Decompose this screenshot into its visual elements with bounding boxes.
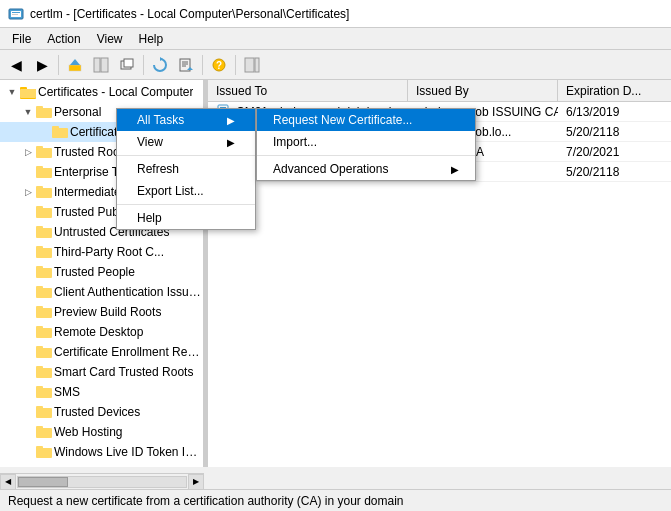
status-bar: Request a new certificate from a certifi… [0,489,671,511]
tree-label-smart-card: Smart Card Trusted Roots [54,365,193,379]
back-button[interactable]: ◀ [4,53,28,77]
tree-item-sms[interactable]: ▷ SMS [0,382,203,402]
folder-icon-root [20,84,36,100]
cell-expiration-0: 6/13/2019 [558,105,671,119]
expand-trusted-root: ▷ [20,144,36,160]
folder-icon-smart-card [36,364,52,380]
cell-expiration-2: 7/20/2021 [558,145,671,159]
tree-label-client-auth: Client Authentication Issuers [54,285,203,299]
folder-icon-certificates [52,124,68,140]
show-hide-action-pane-button[interactable] [240,53,264,77]
col-header-expiration[interactable]: Expiration D... [558,80,671,101]
folder-icon-trusted-publishers [36,204,52,220]
context-menu-sep-2 [117,204,255,205]
svg-rect-28 [36,146,43,150]
toolbar: ◀ ▶ ? [0,50,671,80]
tree-item-third-party[interactable]: ▷ Third-Party Root C... [0,242,203,262]
menu-action[interactable]: Action [39,30,88,48]
tree-label-windows-live: Windows Live ID Token Issuer [54,445,203,459]
help-button[interactable]: ? [207,53,231,77]
context-menu-all-tasks[interactable]: All Tasks ▶ [117,109,255,131]
context-menu-view[interactable]: View ▶ [117,131,255,153]
col-header-issued-by[interactable]: Issued By [408,80,558,101]
svg-rect-50 [36,366,43,370]
submenu-import[interactable]: Import... [257,131,475,153]
cell-expiration-3: 5/20/2118 [558,165,671,179]
tree-item-preview-build[interactable]: ▷ Preview Build Roots [0,302,203,322]
submenu-advanced-ops[interactable]: Advanced Operations ▶ [257,158,475,180]
tree-item-client-auth[interactable]: ▷ Client Authentication Issuers [0,282,203,302]
svg-rect-56 [36,426,43,430]
tree-label-web-hosting: Web Hosting [54,425,122,439]
tree-item-web-hosting[interactable]: ▷ Web Hosting [0,422,203,442]
tree-item-root[interactable]: ▼ Certificates - Local Computer [0,82,203,102]
scrollbar-left-arrow[interactable]: ◀ [0,474,16,490]
scrollbar-track[interactable] [17,476,187,488]
folder-icon-windows-live [36,444,52,460]
tree-item-cert-enrollment[interactable]: ▷ Certificate Enrollment Reque... [0,342,203,362]
list-header: Issued To Issued By Expiration D... Inte… [208,80,671,102]
context-menu-help[interactable]: Help [117,207,255,229]
svg-rect-40 [36,266,43,270]
tree-label-remote-desktop: Remote Desktop [54,325,143,339]
svg-rect-7 [101,58,108,72]
toolbar-separator-3 [202,55,203,75]
menu-help[interactable]: Help [131,30,172,48]
folder-icon-intermediate [36,184,52,200]
folder-icon-third-party [36,244,52,260]
forward-button[interactable]: ▶ [30,53,54,77]
tree-item-smart-card[interactable]: ▷ Smart Card Trusted Roots [0,362,203,382]
tree-label-preview-build: Preview Build Roots [54,305,161,319]
folder-icon-personal [36,104,52,120]
tree-item-trusted-devices[interactable]: ▷ Trusted Devices [0,402,203,422]
expand-personal: ▼ [20,104,36,120]
menu-view[interactable]: View [89,30,131,48]
context-menu: All Tasks ▶ View ▶ Refresh Export List..… [116,108,256,230]
menu-bar: File Action View Help [0,28,671,50]
tree-item-remote-desktop[interactable]: ▷ Remote Desktop [0,322,203,342]
show-hide-tree-button[interactable] [89,53,113,77]
expand-root: ▼ [4,84,20,100]
context-menu-refresh[interactable]: Refresh [117,158,255,180]
scrollbar-thumb[interactable] [18,477,68,487]
submenu-arrow-all-tasks: ▶ [227,115,235,126]
toolbar-separator-2 [143,55,144,75]
svg-rect-2 [12,12,20,13]
scrollbar-right-arrow[interactable]: ▶ [188,474,204,490]
folder-icon-remote-desktop [36,324,52,340]
svg-rect-9 [124,59,133,67]
submenu-sep [257,155,475,156]
refresh-button[interactable] [148,53,172,77]
expand-intermediate: ▷ [20,184,36,200]
svg-rect-30 [36,166,43,170]
svg-rect-44 [36,306,43,310]
new-window-button[interactable] [115,53,139,77]
left-panel-scrollbar[interactable]: ◀ ▶ [0,473,204,489]
col-header-issued-to[interactable]: Issued To [208,80,408,101]
context-menu-export-list[interactable]: Export List... [117,180,255,202]
app-icon [8,6,24,22]
folder-icon-trusted-root [36,144,52,160]
svg-rect-42 [36,286,43,290]
up-button[interactable] [63,53,87,77]
folder-icon-trusted-devices [36,404,52,420]
alltasks-submenu: Request New Certificate... Import... Adv… [256,108,476,181]
svg-rect-54 [36,406,43,410]
menu-file[interactable]: File [4,30,39,48]
tree-item-trusted-people[interactable]: ▷ Trusted People [0,262,203,282]
window-title: certlm - [Certificates - Local Computer\… [30,7,349,21]
svg-rect-4 [69,65,81,71]
tree-item-windows-live[interactable]: ▷ Windows Live ID Token Issuer [0,442,203,462]
folder-icon-web-hosting [36,424,52,440]
tree-label-personal: Personal [54,105,101,119]
tree-label-third-party: Third-Party Root C... [54,245,164,259]
context-menu-sep-1 [117,155,255,156]
tree-label-cert-enrollment: Certificate Enrollment Reque... [54,345,203,359]
tree-label-trusted-people: Trusted People [54,265,135,279]
export-list-button[interactable] [174,53,198,77]
svg-rect-19 [255,58,259,72]
svg-text:?: ? [216,60,222,71]
folder-icon-untrusted-certs [36,224,52,240]
toolbar-separator-1 [58,55,59,75]
submenu-request-new-cert[interactable]: Request New Certificate... [257,109,475,131]
